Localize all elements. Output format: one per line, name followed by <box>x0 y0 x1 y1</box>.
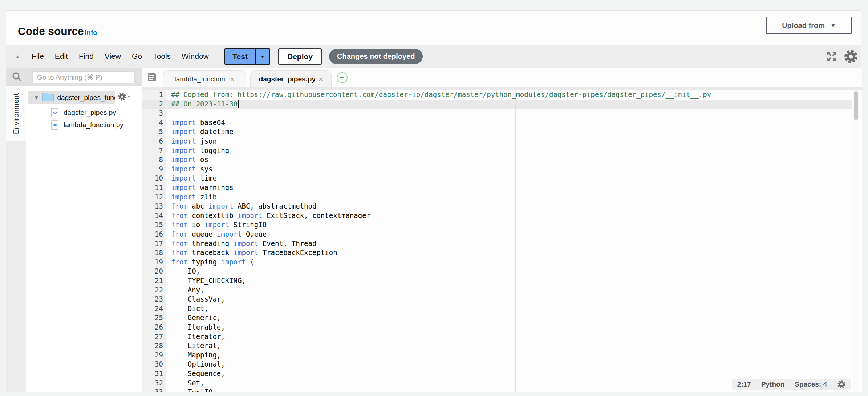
code-line[interactable]: ## On 2023-11-30 <box>171 100 239 109</box>
line-number[interactable]: 17 <box>142 239 163 248</box>
code-line[interactable]: Iterable, <box>171 323 225 332</box>
code-line[interactable]: Optional, <box>171 360 225 369</box>
line-number[interactable]: 3 <box>142 109 163 118</box>
deploy-button[interactable]: Deploy <box>278 48 322 65</box>
line-number[interactable]: 11 <box>142 183 163 193</box>
close-icon[interactable]: × <box>319 75 323 84</box>
line-number[interactable]: 10 <box>142 174 163 183</box>
menu-item-go[interactable]: Go <box>132 52 142 61</box>
new-tab-plus-icon[interactable]: + <box>337 72 348 83</box>
scrollbar-thumb[interactable] <box>854 91 858 120</box>
line-number[interactable]: 28 <box>142 341 163 351</box>
indentation-setting[interactable]: Spaces: 4 <box>795 380 827 388</box>
line-number[interactable]: 7 <box>142 146 163 155</box>
code-line[interactable]: ## Copied from: https://raw.githubuserco… <box>171 90 711 100</box>
line-number[interactable]: 22 <box>142 286 163 295</box>
code-line[interactable]: from traceback import TracebackException <box>171 248 337 258</box>
tree-settings-gear-icon[interactable]: ▾ <box>118 92 130 101</box>
code-line[interactable]: from typing import ( <box>171 258 254 267</box>
menu-item-tools[interactable]: Tools <box>153 52 171 61</box>
test-button[interactable]: Test <box>224 48 255 65</box>
line-number[interactable]: 31 <box>142 369 163 379</box>
close-icon[interactable]: × <box>230 75 234 84</box>
line-number[interactable]: 19 <box>142 258 163 267</box>
line-number[interactable]: 32 <box>142 379 163 388</box>
line-number[interactable]: 30 <box>142 360 163 369</box>
info-link[interactable]: Info <box>85 29 97 37</box>
menu-item-view[interactable]: View <box>105 52 121 61</box>
goto-anything-input[interactable] <box>32 71 135 83</box>
tree-file-row[interactable]: <>dagster_pipes.py <box>26 106 142 119</box>
settings-gear-icon[interactable] <box>844 49 858 65</box>
code-line[interactable]: from abc import ABC, abstractmethod <box>171 202 316 211</box>
code-line[interactable]: from threading import Event, Thread <box>171 239 316 248</box>
code-line[interactable]: import time <box>171 174 217 183</box>
line-number[interactable]: 5 <box>142 127 163 137</box>
collapse-pane-icon[interactable]: ▲ <box>15 53 20 60</box>
line-number[interactable]: 27 <box>142 332 163 342</box>
code-line[interactable]: Generic, <box>171 313 221 323</box>
code-line[interactable]: import logging <box>171 146 229 155</box>
status-gear-icon[interactable] <box>837 380 846 389</box>
line-number[interactable]: 33 <box>142 388 163 392</box>
tree-folder-row[interactable]: ▾ dagster_pipes_funct <box>28 91 115 104</box>
code-line[interactable]: import base64 <box>171 118 225 128</box>
test-dropdown-button[interactable]: ▾ <box>255 48 270 65</box>
code-line[interactable]: TextIO <box>171 388 212 392</box>
line-number[interactable]: 26 <box>142 323 163 332</box>
code-line[interactable]: import datetime <box>171 127 234 137</box>
code-line[interactable]: from contextlib import ExitStack, contex… <box>171 211 370 221</box>
cursor-position[interactable]: 2:17 <box>737 380 751 388</box>
tab-dagster-pipes[interactable]: dagster_pipes.py × <box>250 70 332 87</box>
line-number[interactable]: 18 <box>142 248 163 258</box>
code-line[interactable]: import warnings <box>171 183 234 193</box>
code-line[interactable]: import sys <box>171 165 212 174</box>
line-number[interactable]: 1 <box>142 90 163 100</box>
code-line[interactable]: import os <box>171 155 208 165</box>
menu-item-find[interactable]: Find <box>79 52 94 61</box>
line-number[interactable]: 12 <box>142 193 163 202</box>
code-line[interactable]: Mapping, <box>171 351 221 360</box>
line-number[interactable]: 13 <box>142 202 163 211</box>
code-line[interactable]: IO, <box>171 267 200 276</box>
menu-item-window[interactable]: Window <box>182 52 209 61</box>
code-line[interactable]: Iterator, <box>171 332 225 342</box>
menu-item-file[interactable]: File <box>32 52 44 61</box>
tab-lambda-function[interactable]: lambda_function. × <box>163 70 246 87</box>
line-number[interactable]: 25 <box>142 313 163 323</box>
line-number[interactable]: 24 <box>142 304 163 314</box>
environment-tab[interactable]: Environment <box>6 86 26 141</box>
code-line[interactable]: import json <box>171 137 217 146</box>
line-number[interactable]: 15 <box>142 220 163 230</box>
upload-from-button[interactable]: Upload from ▼ <box>766 17 852 34</box>
line-number[interactable]: 20 <box>142 267 163 276</box>
line-number[interactable]: 8 <box>142 155 163 165</box>
line-number[interactable]: 29 <box>142 351 163 360</box>
line-number[interactable]: 6 <box>142 137 163 146</box>
line-number[interactable]: 9 <box>142 165 163 174</box>
line-number[interactable]: 23 <box>142 295 163 304</box>
code-line[interactable]: TYPE_CHECKING, <box>171 276 246 286</box>
code-line[interactable]: Sequence, <box>171 369 225 379</box>
line-number[interactable]: 14 <box>142 211 163 221</box>
code-editor-area[interactable]: 1## Copied from: https://raw.githubuserc… <box>142 90 862 392</box>
line-number[interactable]: 2 <box>142 100 163 109</box>
code-line[interactable]: Literal, <box>171 341 221 351</box>
vertical-scrollbar[interactable] <box>853 90 859 392</box>
code-line[interactable]: Dict, <box>171 304 208 314</box>
code-line[interactable]: Set, <box>171 379 204 388</box>
disclosure-caret-icon[interactable]: ▾ <box>35 94 38 101</box>
fullscreen-icon[interactable] <box>826 50 838 64</box>
code-line[interactable]: import zlib <box>171 193 217 202</box>
line-number[interactable]: 4 <box>142 118 163 128</box>
tab-list-icon[interactable] <box>147 73 157 84</box>
tree-file-row[interactable]: <>lambda_function.py <box>26 119 142 131</box>
line-number[interactable]: 16 <box>142 230 163 239</box>
code-line[interactable]: Any, <box>171 286 204 295</box>
line-number[interactable]: 21 <box>142 276 163 286</box>
language-mode[interactable]: Python <box>761 380 784 388</box>
code-line[interactable]: from io import StringIO <box>171 220 267 230</box>
code-line[interactable]: from queue import Queue <box>171 230 267 239</box>
menu-item-edit[interactable]: Edit <box>55 52 68 61</box>
code-line[interactable]: ClassVar, <box>171 295 225 304</box>
